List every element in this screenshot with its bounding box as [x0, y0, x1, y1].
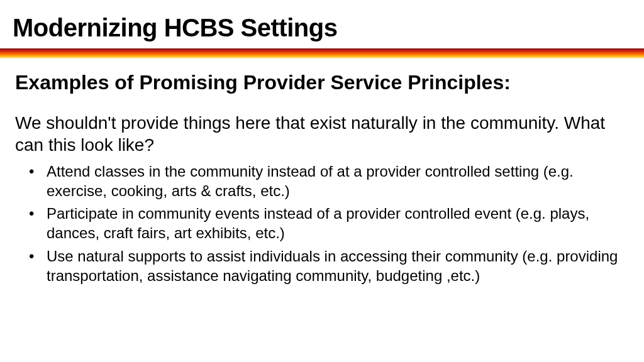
list-item: Attend classes in the community instead … [29, 162, 629, 200]
intro-text: We shouldn't provide things here that ex… [15, 112, 629, 156]
content-area: Examples of Promising Provider Service P… [0, 58, 644, 289]
list-item: Use natural supports to assist individua… [29, 247, 629, 285]
title-area: Modernizing HCBS Settings [0, 0, 644, 48]
subtitle: Examples of Promising Provider Service P… [15, 71, 629, 94]
bullet-list: Attend classes in the community instead … [15, 162, 629, 285]
list-item: Participate in community events instead … [29, 204, 629, 243]
page-title: Modernizing HCBS Settings [13, 14, 631, 42]
slide: Modernizing HCBS Settings Examples of Pr… [0, 0, 644, 362]
divider-gradient [0, 48, 644, 58]
